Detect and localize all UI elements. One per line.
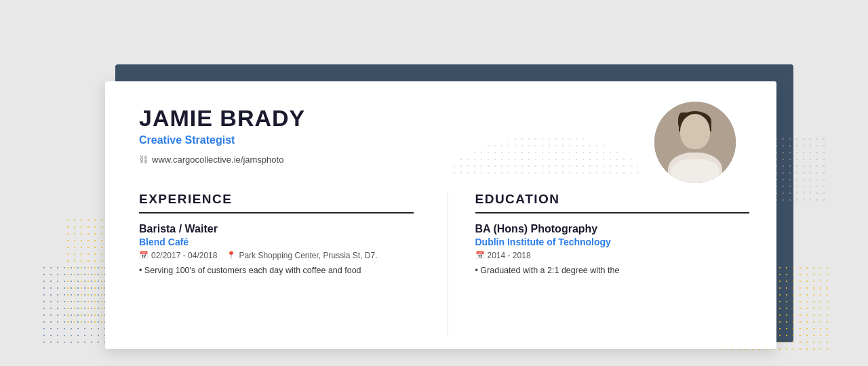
- job-location: Park Shopping Center, Prussia St, D7.: [239, 251, 377, 260]
- experience-divider: [139, 212, 414, 214]
- education-divider: [475, 212, 750, 214]
- institution-name: Dublin Institute of Technology: [475, 237, 750, 247]
- location-icon: 📍: [226, 251, 236, 260]
- experience-section-title: EXPERIENCE: [139, 192, 414, 207]
- education-meta: 📅 2014 - 2018: [475, 251, 750, 260]
- calendar-icon-edu: 📅: [475, 251, 485, 260]
- resume-header: JAMIE BRADY Creative Strategist ⛓ www.ca…: [105, 81, 776, 178]
- avatar-head: [680, 114, 710, 149]
- avatar: [654, 102, 736, 183]
- job-dates-item: 📅 02/2017 - 04/2018: [139, 251, 217, 260]
- job-dates: 02/2017 - 04/2018: [151, 251, 217, 260]
- resume-card: JAMIE BRADY Creative Strategist ⛓ www.ca…: [105, 81, 776, 349]
- avatar-image: [654, 102, 736, 183]
- education-column: EDUCATION BA (Hons) Photography Dublin I…: [448, 178, 777, 349]
- job-description: Serving 100's of customers each day with…: [139, 264, 414, 277]
- avatar-shirt: [671, 159, 719, 183]
- resume-title: Creative Strategist: [139, 134, 743, 146]
- resume-body: EXPERIENCE Barista / Waiter Blend Café 📅…: [105, 178, 776, 349]
- company-name: Blend Café: [139, 237, 414, 247]
- experience-column: EXPERIENCE Barista / Waiter Blend Café 📅…: [105, 178, 448, 349]
- education-description: Graduated with a 2:1 degree with the: [475, 264, 750, 277]
- job-location-item: 📍 Park Shopping Center, Prussia St, D7.: [226, 251, 377, 260]
- calendar-icon: 📅: [139, 251, 149, 260]
- education-dates-item: 📅 2014 - 2018: [475, 251, 531, 260]
- education-section-title: EDUCATION: [475, 192, 750, 207]
- job-title: Barista / Waiter: [139, 223, 414, 235]
- resume-website: ⛓ www.cargocollective.ie/jamsphoto: [139, 155, 743, 165]
- resume-name: JAMIE BRADY: [139, 105, 743, 131]
- link-icon: ⛓: [139, 155, 148, 165]
- job-meta: 📅 02/2017 - 04/2018 📍 Park Shopping Cent…: [139, 251, 414, 260]
- website-url: www.cargocollective.ie/jamsphoto: [152, 155, 283, 165]
- education-dates: 2014 - 2018: [488, 251, 531, 260]
- degree-title: BA (Hons) Photography: [475, 223, 750, 235]
